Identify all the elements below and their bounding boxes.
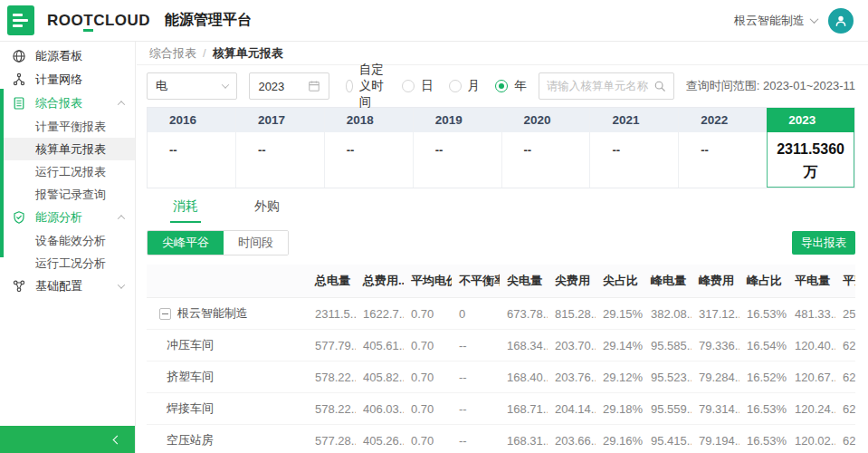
column-header: 尖费用 (548, 265, 596, 298)
tab-purchase[interactable]: 外购 (252, 196, 282, 223)
year-card[interactable]: 2020 -- (502, 108, 591, 188)
year-card[interactable]: 2018 -- (325, 108, 414, 188)
energy-type-select[interactable]: 电 (147, 72, 237, 100)
shield-check-icon (12, 210, 26, 225)
sidebar-item-energy-board[interactable]: 能源看板 (0, 44, 135, 68)
filter-bar: 电 2023 自定义时间 日 月 年 (147, 72, 855, 100)
radio-icon (449, 80, 462, 92)
table-cell: 405.26... (356, 425, 404, 453)
peak-valley-button[interactable]: 尖峰平谷 (148, 231, 224, 255)
sidebar: 能源看板 计量网络 综合报表 计量平衡报表 核算单元 (0, 42, 136, 453)
sidebar-item-metering-balance-report[interactable]: 计量平衡报表 (0, 115, 135, 138)
table-cell: 0.70 (404, 425, 452, 453)
radio-custom-time[interactable]: 自定义时间 (346, 62, 386, 111)
chevron-down-icon (810, 14, 819, 24)
radio-icon (402, 80, 415, 92)
year-card[interactable]: 2017 -- (236, 108, 325, 188)
table-cell: 204.14... (548, 393, 596, 425)
radio-day[interactable]: 日 (402, 78, 434, 94)
table-cell: 203.70... (548, 330, 596, 361)
chevron-left-icon (113, 435, 122, 444)
breadcrumb-parent[interactable]: 综合报表 (149, 45, 196, 62)
sidebar-item-operating-condition-analysis[interactable]: 运行工况分析 (0, 252, 135, 275)
sidebar-collapse-button[interactable] (0, 426, 135, 453)
table-cell: 481.33... (787, 298, 835, 330)
sidebar-item-device-efficiency-analysis[interactable]: 设备能效分析 (0, 229, 135, 252)
table-row[interactable]: 冲压车间 577.79... 405.61... 0.70 -- 168.34.… (147, 330, 855, 361)
table-row[interactable]: 挤塑车间 578.22... 405.82... 0.70 -- 168.40.… (147, 361, 855, 393)
table-cell: 29.18% (596, 393, 644, 425)
column-header: 总费用... (356, 265, 404, 298)
export-report-button[interactable]: 导出报表 (792, 231, 855, 255)
year-card-label: 2016 (148, 108, 235, 132)
table-row[interactable]: 空压站房 577.28... 405.26... 0.70 -- 168.31.… (147, 425, 855, 453)
sidebar-label: 能源看板 (35, 48, 82, 64)
table-cell: 120.67... (787, 361, 835, 393)
energy-type-value: 电 (156, 78, 167, 94)
table-cell: 16.54% (739, 330, 787, 361)
time-period-button[interactable]: 时间段 (224, 231, 288, 255)
year-card-active[interactable]: 2023 2311.5360万 (767, 108, 854, 188)
sidebar-item-basic-config[interactable]: 基础配置 (0, 275, 135, 298)
tab-consumption[interactable]: 消耗 (170, 196, 201, 223)
mode-segment: 尖峰平谷 时间段 (147, 230, 289, 255)
table-cell: 79.314... (692, 393, 739, 425)
row-name: 焊接车间 (147, 393, 308, 425)
sidebar-item-reports[interactable]: 综合报表 (0, 92, 135, 115)
calendar-icon (308, 80, 320, 92)
table-cell: 62.6... (835, 330, 855, 361)
table-cell: 0.70 (404, 393, 452, 425)
sidebar-item-accounting-unit-report[interactable]: 核算单元报表 (0, 138, 135, 160)
chevron-down-icon (222, 81, 229, 88)
collapse-minus-icon[interactable] (159, 308, 171, 320)
table-row-parent[interactable]: 根云智能制造 2311.5...1622.7...0.700673.78...8… (147, 298, 855, 330)
report-icon (12, 96, 26, 111)
table-cell: 382.08... (644, 298, 692, 330)
column-header: 平费用 (835, 265, 855, 298)
table-cell: 578.22... (308, 393, 356, 425)
search-icon[interactable] (653, 80, 666, 92)
tenant-name: 根云智能制造 (734, 13, 805, 29)
table-cell: 203.66... (548, 425, 596, 453)
year-card-label: 2023 (767, 108, 854, 132)
sidebar-item-metering-network[interactable]: 计量网络 (0, 68, 135, 92)
sidebar-item-energy-analysis[interactable]: 能源分析 (0, 206, 135, 229)
year-card[interactable]: 2016 -- (148, 108, 236, 188)
rootcloud-logo-icon[interactable] (7, 5, 34, 35)
row-name: 冲压车间 (147, 330, 308, 361)
sidebar-label: 计量网络 (35, 72, 82, 88)
user-avatar[interactable] (828, 8, 854, 34)
year-card[interactable]: 2021 -- (590, 108, 679, 188)
search-input[interactable] (547, 80, 653, 92)
table-cell: 1622.7... (356, 298, 404, 330)
radio-month[interactable]: 月 (449, 78, 481, 94)
year-card-value: -- (414, 132, 501, 188)
table-cell: 79.194... (692, 425, 739, 453)
year-cards: 2016 -- 2017 -- 2018 -- (147, 107, 855, 188)
year-card-value: -- (679, 132, 767, 188)
year-card-value: 2311.5360万 (767, 132, 854, 188)
radio-icon (495, 80, 508, 92)
year-card[interactable]: 2019 -- (414, 108, 502, 188)
column-header: 不平衡率 (452, 265, 500, 298)
chevron-up-icon (118, 215, 125, 222)
table-cell: 577.28... (308, 425, 356, 453)
table-cell: 168.71... (500, 393, 548, 425)
year-picker-value: 2023 (258, 80, 284, 93)
table-cell: 120.02... (787, 425, 835, 453)
sidebar-item-operating-condition-report[interactable]: 运行工况报表 (0, 160, 135, 183)
radio-year[interactable]: 年 (495, 78, 527, 94)
report-table: 总电量总费用...平均电价不平衡率尖电量尖费用尖占比峰电量峰费用峰占比平电量平费… (147, 265, 855, 453)
year-card-value: -- (502, 132, 590, 188)
table-cell: 16.53% (739, 393, 787, 425)
table-row[interactable]: 焊接车间 578.22... 406.03... 0.70 -- 168.71.… (147, 393, 855, 425)
year-card[interactable]: 2022 -- (679, 108, 767, 188)
year-picker[interactable]: 2023 (249, 72, 329, 100)
table-cell: 79.284... (692, 361, 739, 393)
table-cell: 29.15% (596, 298, 644, 330)
sidebar-item-alarm-record-query[interactable]: 报警记录查询 (0, 183, 135, 206)
tenant-selector[interactable]: 根云智能制造 (734, 13, 817, 29)
row-name: 根云智能制造 (177, 305, 248, 322)
table-cell: 815.28... (548, 298, 596, 330)
table-cell: 168.40... (500, 361, 548, 393)
